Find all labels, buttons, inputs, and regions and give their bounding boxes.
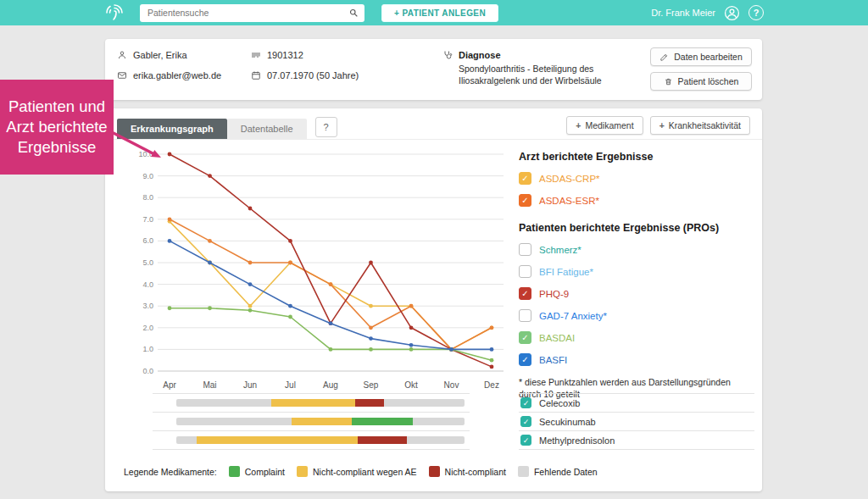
doctor-results-heading: Arzt berichtete Ergebnisse — [519, 151, 754, 163]
pencil-icon — [659, 53, 669, 62]
medication-name: Celecoxib — [539, 398, 580, 408]
legend-swatch — [297, 466, 308, 477]
checkbox-basdai[interactable] — [519, 331, 531, 344]
diagnosis-heading-row: Diagnose — [442, 50, 646, 60]
legend-label-asdas-crp: ASDAS-CRP* — [539, 174, 600, 184]
medication-name: Secukinumab — [539, 417, 596, 427]
medication-list: CelecoxibSecukinumabMethylprednisolon — [519, 393, 754, 450]
x-axis-label: Jul — [285, 380, 296, 390]
data-point-phq-9 — [208, 174, 212, 178]
add-disease-activity-button[interactable]: + Krankheitsaktivität — [650, 116, 750, 135]
data-point-asdas-esr — [168, 217, 172, 221]
data-point-asdas-esr — [369, 325, 373, 330]
annotation-arrow — [107, 125, 170, 166]
search-box[interactable] — [140, 4, 364, 22]
checkbox-schmerz[interactable] — [519, 243, 531, 256]
data-point-basfi — [409, 343, 414, 347]
legend-label-basfi: BASFI — [539, 355, 567, 365]
data-point-basfi — [449, 347, 453, 352]
medication-item-secukinumab: Secukinumab — [519, 413, 754, 431]
medication-timeline-row-secukinumab — [153, 413, 470, 431]
legend-item-basdai: BASDAI — [519, 331, 754, 344]
legend-item-schmerz: Schmerz* — [519, 243, 754, 256]
add-medication-button[interactable]: + Medikament — [566, 116, 643, 135]
data-point-basdai — [369, 347, 373, 352]
create-patient-button[interactable]: + PATIENT ANLEGEN — [381, 4, 498, 22]
patient-email: erika.gabler@web.de — [133, 70, 221, 80]
data-point-asdas-esr — [288, 261, 292, 265]
y-axis-label: 8.0 — [142, 193, 153, 202]
data-point-basdai — [409, 347, 414, 352]
legend-item-phq-9: PHQ-9 — [519, 287, 754, 300]
top-bar: + PATIENT ANLEGEN Dr. Frank Meier ? — [0, 0, 868, 25]
legend-item-asdas-crp: ASDAS-CRP* — [519, 172, 754, 185]
tab-datentabelle[interactable]: Datentabelle — [227, 119, 307, 139]
data-point-basfi — [208, 261, 212, 265]
email-icon — [117, 70, 127, 80]
checkbox-asdas-esr[interactable] — [519, 194, 531, 207]
legend-swatch — [518, 466, 529, 477]
patient-card: Gabler, Erika erika.gabler@web.de 190131… — [105, 39, 762, 100]
x-axis-label: Apr — [163, 380, 176, 390]
patient-results-heading: Patienten berichtete Ergebnisse (PROs) — [519, 222, 754, 234]
data-point-basdai — [329, 347, 333, 352]
segment-noncompliant — [358, 436, 407, 444]
search-input[interactable] — [146, 7, 348, 19]
data-point-basdai — [208, 306, 212, 310]
medication-legend: Legende Medikamente: ComplaintNicht-comp… — [124, 466, 598, 477]
y-axis-label: 9.0 — [142, 172, 153, 180]
patient-name: Gabler, Erika — [133, 50, 187, 60]
data-point-phq-9 — [369, 261, 373, 265]
checkbox-secukinumab[interactable] — [520, 416, 531, 427]
checkbox-phq-9[interactable] — [519, 287, 531, 300]
diagnosis-label: Diagnose — [459, 50, 501, 60]
segment-noncompliant_ae — [271, 399, 355, 407]
segment-compliant — [352, 418, 412, 425]
patient-birthdate-row: 07.07.1970 (50 Jahre) — [251, 70, 359, 80]
segment-missing — [176, 399, 271, 407]
data-point-asdas-esr — [490, 325, 494, 330]
y-axis-label: 6.0 — [142, 236, 153, 245]
patient-name-row: Gabler, Erika — [117, 50, 221, 60]
checkbox-asdas-crp[interactable] — [519, 172, 531, 185]
data-point-phq-9 — [248, 207, 253, 211]
medication-item-methylprednisolon: Methylprednisolon — [519, 431, 754, 450]
legend-item-gad-7-anxiety: GAD-7 Anxiety* — [519, 309, 754, 322]
segment-missing — [413, 418, 465, 425]
checkbox-celecoxib[interactable] — [520, 397, 531, 408]
help-icon[interactable]: ? — [748, 5, 764, 20]
edit-patient-label: Daten bearbeiten — [674, 52, 743, 62]
x-axis-label: Aug — [323, 380, 338, 390]
medication-name: Methylprednisolon — [539, 435, 615, 446]
data-point-basfi — [490, 347, 494, 352]
app-logo-icon[interactable] — [104, 3, 126, 23]
patient-legend-items: Schmerz*BFI Fatigue*PHQ-9GAD-7 Anxiety*B… — [519, 243, 754, 366]
doctor-name: Dr. Frank Meier — [651, 8, 715, 18]
search-icon[interactable] — [348, 8, 359, 18]
segment-missing — [407, 436, 465, 444]
patient-email-row: erika.gabler@web.de — [117, 70, 221, 80]
checkbox-methylprednisolon[interactable] — [520, 435, 531, 446]
segment-noncompliant — [355, 399, 384, 407]
legend-item-basfi: BASFI — [519, 353, 754, 366]
patient-birthdate: 07.07.1970 (50 Jahre) — [267, 70, 359, 80]
tab-bar: Erkrankungsgraph Datentabelle ? + Medika… — [105, 108, 762, 140]
stethoscope-icon — [442, 50, 453, 60]
medication-bar-methylprednisolon — [176, 436, 465, 444]
y-axis-label: 7.0 — [142, 215, 153, 224]
medication-timeline — [153, 393, 470, 450]
y-axis-label: 1.0 — [142, 345, 153, 353]
series-line-basfi — [170, 241, 492, 349]
checkbox-bfi-fatigue[interactable] — [519, 265, 531, 278]
delete-patient-button[interactable]: Patient löschen — [650, 72, 752, 91]
data-point-asdas-esr — [409, 304, 414, 308]
edit-patient-button[interactable]: Daten bearbeiten — [650, 47, 752, 66]
data-point-basdai — [248, 308, 253, 313]
checkbox-gad-7-anxiety[interactable] — [519, 309, 531, 322]
id-barcode-icon — [251, 50, 261, 60]
medication-legend-item-fehlende-daten: Fehlende Daten — [518, 466, 598, 477]
checkbox-basfi[interactable] — [519, 353, 531, 366]
user-avatar-icon[interactable] — [724, 5, 740, 21]
legend-label-bfi-fatigue: BFI Fatigue* — [539, 267, 593, 277]
tab-help-button[interactable]: ? — [315, 117, 337, 137]
